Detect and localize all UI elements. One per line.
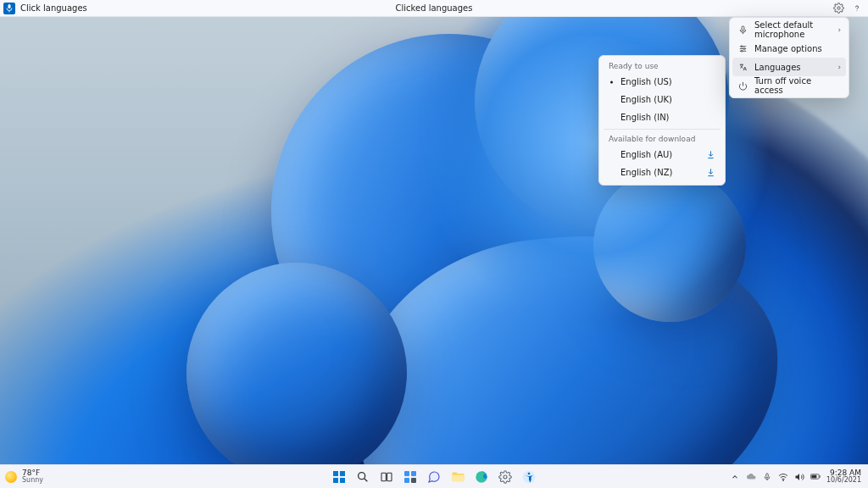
menu-item-label: Turn off voice access <box>754 76 841 95</box>
lang-item-label: English (IN) <box>620 113 670 122</box>
menu-item-select-microphone[interactable]: Select default microphone › <box>732 20 846 39</box>
svg-rect-26 <box>452 474 464 481</box>
settings-app-button[interactable] <box>495 467 515 487</box>
svg-rect-36 <box>820 475 821 478</box>
tray-mic-icon[interactable] <box>762 472 772 482</box>
menu-separator <box>604 129 721 130</box>
lang-item-en-us[interactable]: English (US) <box>602 73 722 91</box>
taskbar-clock[interactable]: 9:28 AM 10/6/2021 <box>826 469 861 484</box>
svg-rect-16 <box>333 478 338 483</box>
microphone-icon <box>737 25 748 35</box>
tray-volume-icon[interactable] <box>794 472 804 482</box>
svg-rect-21 <box>387 473 392 480</box>
svg-point-18 <box>359 472 365 479</box>
svg-line-19 <box>364 478 368 481</box>
svg-rect-15 <box>340 471 345 476</box>
svg-point-12 <box>741 50 743 52</box>
svg-rect-37 <box>811 475 816 479</box>
svg-rect-17 <box>340 478 345 483</box>
file-explorer-button[interactable] <box>448 467 468 487</box>
svg-rect-25 <box>411 478 416 483</box>
menu-item-manage-options[interactable]: Manage options <box>732 39 846 58</box>
settings-icon[interactable] <box>832 3 844 14</box>
svg-point-2 <box>837 7 839 9</box>
lang-item-label: English (NZ) <box>620 168 672 177</box>
tray-battery-icon[interactable] <box>810 472 821 482</box>
search-button[interactable] <box>353 467 373 487</box>
menu-item-languages[interactable]: Languages › <box>732 58 846 76</box>
languages-download-header: Available for download <box>602 132 722 146</box>
chevron-right-icon: › <box>837 63 841 71</box>
menu-item-label: Languages <box>754 63 801 72</box>
menu-item-label: Select default microphone <box>754 20 841 39</box>
svg-point-33 <box>782 480 783 480</box>
accessibility-app-button[interactable] <box>519 467 539 487</box>
weather-sun-icon <box>5 471 17 483</box>
chevron-right-icon: › <box>837 25 841 34</box>
svg-rect-23 <box>411 471 416 476</box>
svg-rect-0 <box>8 4 11 8</box>
voice-access-status: Clicked languages <box>396 3 473 13</box>
taskbar-weather-widget[interactable]: 78°F Sunny <box>0 469 43 484</box>
edge-button[interactable] <box>471 467 492 487</box>
help-icon[interactable] <box>851 3 863 14</box>
languages-submenu: Ready to use English (US) English (UK) E… <box>598 55 726 186</box>
power-icon <box>737 80 748 91</box>
lang-item-en-nz[interactable]: English (NZ) <box>602 164 722 181</box>
language-icon <box>737 62 748 72</box>
svg-rect-22 <box>404 471 409 476</box>
voice-access-mic-icon[interactable] <box>3 3 15 14</box>
lang-item-label: English (UK) <box>620 95 672 104</box>
voice-access-hint: Click languages <box>20 3 87 13</box>
languages-ready-header: Ready to use <box>602 59 722 73</box>
tray-onedrive-icon[interactable] <box>746 472 756 482</box>
svg-point-11 <box>743 47 744 49</box>
menu-item-label: Manage options <box>754 44 822 53</box>
voice-access-settings-menu: Select default microphone › Manage optio… <box>729 17 849 98</box>
svg-point-30 <box>528 472 531 474</box>
download-icon[interactable] <box>706 150 715 159</box>
taskbar-center <box>329 467 539 487</box>
lang-item-en-uk[interactable]: English (UK) <box>602 91 722 108</box>
svg-rect-20 <box>381 473 386 480</box>
svg-point-28 <box>504 475 507 479</box>
options-icon <box>737 43 748 53</box>
widgets-button[interactable] <box>400 467 420 487</box>
lang-item-label: English (US) <box>620 77 672 86</box>
lang-item-label: English (AU) <box>620 150 672 159</box>
lang-item-en-au[interactable]: English (AU) <box>602 146 722 164</box>
taskbar: 78°F Sunny <box>0 464 868 488</box>
svg-rect-24 <box>404 478 409 483</box>
download-icon[interactable] <box>706 168 715 177</box>
svg-rect-14 <box>333 471 338 476</box>
voice-access-bar: Click languages Clicked languages <box>0 0 868 17</box>
taskbar-system-tray: 9:28 AM 10/6/2021 <box>730 469 868 484</box>
svg-point-4 <box>857 10 858 11</box>
tray-chevron-up-icon[interactable] <box>730 472 740 482</box>
svg-point-10 <box>741 45 743 47</box>
menu-item-turn-off[interactable]: Turn off voice access <box>732 76 846 95</box>
chat-button[interactable] <box>424 467 444 487</box>
lang-item-en-in[interactable]: English (IN) <box>602 108 722 126</box>
start-button[interactable] <box>329 467 349 487</box>
svg-marker-34 <box>795 474 799 480</box>
task-view-button[interactable] <box>376 467 397 487</box>
tray-wifi-icon[interactable] <box>778 472 788 482</box>
svg-rect-5 <box>742 25 744 30</box>
svg-rect-31 <box>766 473 769 477</box>
weather-desc: Sunny <box>22 477 43 484</box>
clock-date: 10/6/2021 <box>826 477 861 484</box>
